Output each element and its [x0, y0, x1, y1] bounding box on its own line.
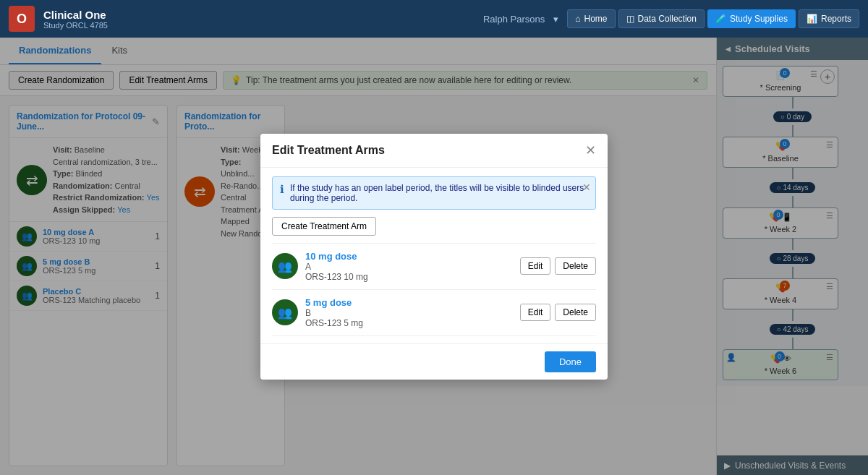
arm-10mg-delete-button[interactable]: Delete — [555, 257, 596, 275]
study-supplies-icon: 🧪 — [715, 14, 726, 24]
study-supplies-button[interactable]: 🧪 Study Supplies — [707, 9, 796, 28]
modal-info-close-button[interactable]: ✕ — [582, 181, 591, 193]
modal-body: ℹ If the study has an open label period,… — [260, 168, 608, 343]
arm-row-5mg: 👥 5 mg dose B ORS-123 5 mg Edit Delete — [272, 289, 596, 335]
arm-10mg-icon: 👥 — [272, 253, 298, 279]
reports-button[interactable]: 📊 Reports — [799, 9, 859, 28]
arm-5mg-delete-button[interactable]: Delete — [555, 304, 596, 321]
app-title: Clinical One — [43, 9, 483, 21]
user-name: Ralph Parsons — [483, 14, 545, 25]
arm-5mg-icon: 👥 — [272, 299, 298, 325]
modal-overlay: Edit Treatment Arms ✕ ℹ If the study has… — [0, 38, 868, 475]
app-logo: O — [9, 6, 35, 32]
arm-row-placebo: Placebo — [272, 335, 596, 343]
home-button[interactable]: ⌂ Home — [567, 9, 615, 28]
arm-10mg-actions: Edit Delete — [520, 257, 596, 275]
modal-done-button[interactable]: Done — [545, 351, 596, 372]
nav-right: Ralph Parsons ▾ ⌂ Home ◫ Data Collection… — [483, 9, 859, 28]
user-dropdown-icon[interactable]: ▾ — [553, 14, 558, 25]
arm-10mg-edit-button[interactable]: Edit — [520, 257, 551, 275]
modal-title: Edit Treatment Arms — [272, 144, 385, 157]
people-arm-icon-1: 👥 — [278, 260, 292, 273]
arm-10mg-info: 10 mg dose A ORS-123 10 mg — [305, 251, 513, 282]
app-subtitle: Study ORCL 4785 — [43, 21, 483, 30]
create-treatment-arm-button[interactable]: Create Treatment Arm — [272, 217, 376, 236]
edit-treatment-arms-modal: Edit Treatment Arms ✕ ℹ If the study has… — [260, 134, 608, 380]
modal-close-button[interactable]: ✕ — [585, 142, 596, 158]
data-collection-icon: ◫ — [626, 14, 634, 24]
reports-icon: 📊 — [807, 14, 817, 24]
top-navigation: O Clinical One Study ORCL 4785 Ralph Par… — [0, 0, 868, 38]
data-collection-button[interactable]: ◫ Data Collection — [618, 9, 705, 28]
arm-5mg-info: 5 mg dose B ORS-123 5 mg — [305, 297, 513, 328]
arm-5mg-edit-button[interactable]: Edit — [520, 304, 551, 321]
home-icon: ⌂ — [575, 14, 580, 24]
modal-header: Edit Treatment Arms ✕ — [260, 134, 608, 168]
modal-footer: Done — [260, 343, 608, 380]
app-info: Clinical One Study ORCL 4785 — [43, 9, 483, 30]
people-arm-icon-2: 👥 — [278, 306, 292, 320]
arm-row-10mg: 👥 10 mg dose A ORS-123 10 mg Edit Delete — [272, 243, 596, 289]
arm-5mg-actions: Edit Delete — [520, 304, 596, 321]
info-icon: ℹ — [280, 183, 284, 196]
modal-info-bar: ℹ If the study has an open label period,… — [272, 176, 596, 210]
